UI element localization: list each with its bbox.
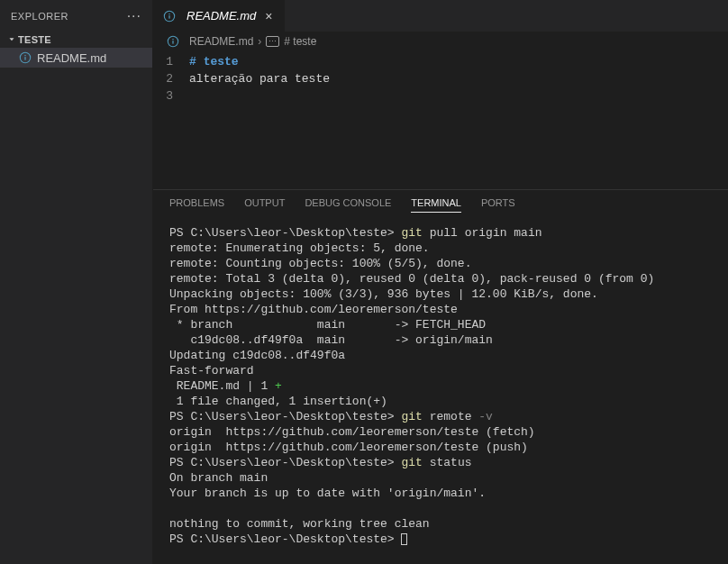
panel-tab-bar: PROBLEMS OUTPUT DEBUG CONSOLE TERMINAL P… — [153, 190, 728, 218]
more-actions-icon[interactable]: ··· — [127, 8, 141, 24]
svg-rect-5 — [168, 13, 169, 14]
breadcrumb[interactable]: README.md › ⋯ # teste — [153, 32, 728, 51]
explorer-title: EXPLORER — [11, 11, 68, 22]
code-line: alteração para teste — [189, 70, 728, 87]
bottom-panel: PROBLEMS OUTPUT DEBUG CONSOLE TERMINAL P… — [153, 189, 728, 564]
line-number: 1 — [153, 53, 173, 70]
svg-rect-7 — [172, 41, 173, 44]
tab-readme[interactable]: README.md × — [153, 0, 285, 32]
svg-rect-2 — [24, 55, 25, 56]
main-area: README.md × README.md › ⋯ # teste 1 2 3 … — [153, 0, 728, 564]
svg-rect-1 — [24, 57, 25, 60]
tab-bar: README.md × — [153, 0, 728, 32]
code-area[interactable]: # teste alteração para teste — [189, 53, 728, 189]
breadcrumb-section: # teste — [284, 35, 316, 48]
line-gutter: 1 2 3 — [153, 53, 189, 189]
terminal-output[interactable]: PS C:\Users\leor-\Desktop\teste> git pul… — [153, 218, 728, 564]
tab-label: README.md — [187, 9, 256, 23]
close-icon[interactable]: × — [261, 9, 276, 23]
file-name: README.md — [37, 51, 106, 65]
line-number: 2 — [153, 70, 173, 87]
tab-output[interactable]: OUTPUT — [244, 197, 285, 213]
tab-ports[interactable]: PORTS — [481, 197, 515, 213]
svg-rect-8 — [172, 39, 173, 40]
folder-row[interactable]: TESTE — [0, 32, 152, 48]
code-line — [189, 87, 728, 105]
editor[interactable]: 1 2 3 # teste alteração para teste — [153, 51, 728, 189]
code-line: # teste — [189, 53, 728, 70]
tab-debug-console[interactable]: DEBUG CONSOLE — [305, 197, 391, 213]
explorer-sidebar: EXPLORER ··· TESTE README.md — [0, 0, 153, 564]
folder-name: TESTE — [18, 34, 51, 45]
breadcrumb-file: README.md — [189, 35, 253, 48]
heading-icon: ⋯ — [266, 36, 279, 47]
terminal-cursor — [401, 533, 407, 545]
info-icon — [166, 34, 180, 49]
chevron-right-icon: › — [258, 35, 261, 48]
info-icon — [162, 9, 177, 23]
file-row-readme[interactable]: README.md — [0, 48, 152, 68]
chevron-down-icon — [5, 35, 18, 44]
line-number: 3 — [153, 87, 173, 105]
tab-problems[interactable]: PROBLEMS — [169, 197, 224, 213]
tab-terminal[interactable]: TERMINAL — [411, 197, 461, 213]
info-icon — [18, 50, 32, 65]
explorer-header: EXPLORER ··· — [0, 0, 152, 32]
svg-rect-4 — [168, 15, 169, 19]
